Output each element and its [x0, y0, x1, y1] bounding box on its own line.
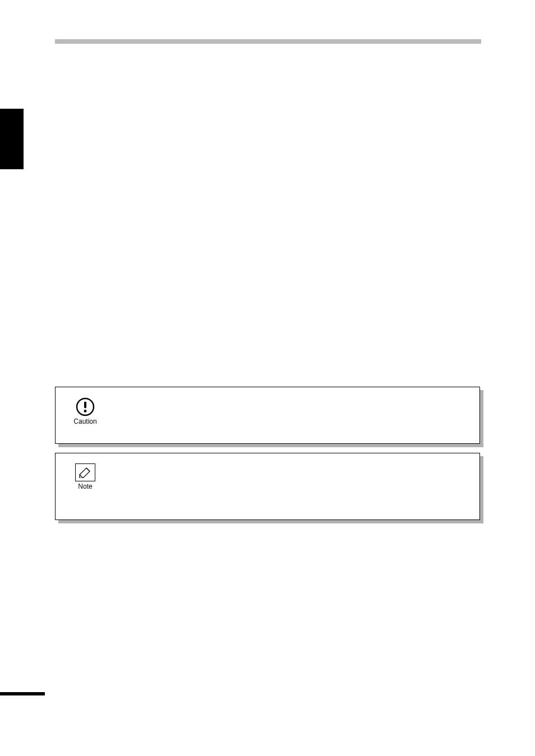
callout-box: Caution: [55, 387, 480, 444]
side-tab: [0, 109, 24, 169]
callout-body: Note: [56, 453, 479, 520]
note-callout: Note: [55, 453, 480, 520]
header-divider: [55, 39, 481, 44]
note-icon-frame: [75, 463, 95, 481]
svg-point-2: [84, 410, 87, 412]
note-icon: [79, 467, 92, 478]
caution-icon-column: Caution: [70, 397, 100, 425]
note-icon-column: Note: [70, 463, 100, 490]
footer-rule: [0, 692, 45, 695]
caution-icon: [76, 397, 95, 416]
callout-body: Caution: [56, 387, 479, 443]
note-label: Note: [78, 483, 92, 490]
caution-callout: Caution: [55, 387, 480, 444]
svg-rect-1: [84, 402, 86, 409]
page: Caution Note: [0, 0, 535, 756]
callout-box: Note: [55, 453, 480, 520]
caution-label: Caution: [73, 418, 96, 425]
